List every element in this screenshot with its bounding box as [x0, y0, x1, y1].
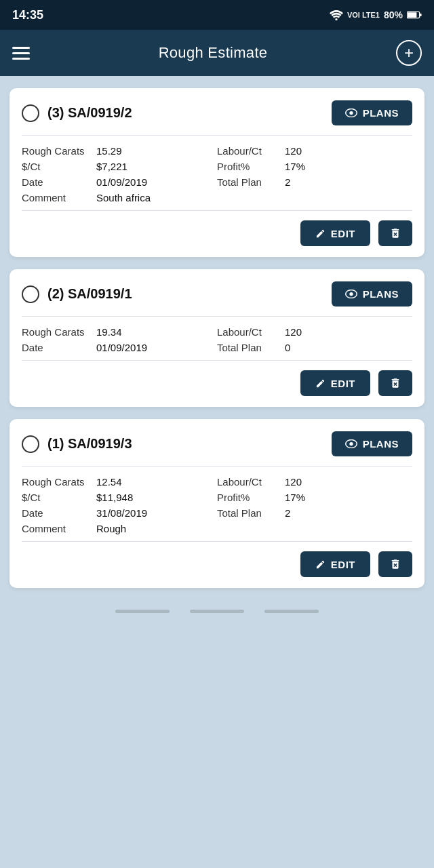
card-2-plans-button[interactable]: PLANS	[332, 281, 412, 307]
card-3-actions: EDIT	[22, 551, 412, 577]
battery-icon	[407, 11, 422, 19]
battery-label: 80%	[384, 9, 403, 20]
card-1-fields: Rough Carats 15.29 Labour/Ct 120 $/Ct $7…	[22, 145, 412, 203]
field-profit-3: Profit% 17%	[217, 492, 412, 503]
eye-icon	[345, 439, 357, 448]
card-1-title-group: (3) SA/0919/2	[22, 104, 132, 122]
svg-rect-2	[408, 12, 417, 18]
card-2-title: (2) SA/0919/1	[47, 286, 132, 302]
card-1-radio[interactable]	[22, 104, 39, 122]
field-comment-3: Comment Rough	[22, 523, 217, 534]
status-icons: VOl LTE1 80%	[330, 9, 422, 20]
card-1-header: (3) SA/0919/2 PLANS	[22, 100, 412, 125]
menu-button[interactable]	[12, 47, 30, 60]
card-2-actions: EDIT	[22, 370, 412, 396]
field-rough-carats-2: Rough Carats 19.34	[22, 326, 217, 338]
svg-point-9	[349, 442, 353, 446]
bottom-pill-1	[115, 610, 170, 613]
app-header: Rough Estimate +	[0, 30, 434, 76]
field-profit-1: Profit% 17%	[217, 161, 412, 172]
field-date-2: Date 01/09/2019	[22, 342, 217, 353]
svg-rect-3	[420, 14, 422, 16]
eye-icon	[345, 108, 357, 117]
bottom-nav-bar	[0, 600, 434, 620]
card-3-edit-button[interactable]: EDIT	[300, 551, 370, 577]
field-date-3: Date 31/08/2019	[22, 507, 217, 519]
field-totalplan-2: Total Plan 0	[217, 342, 412, 353]
network-label: VOl LTE1	[347, 11, 380, 19]
estimate-card-3: (1) SA/0919/3 PLANS Rough Carats 12.54 L…	[9, 419, 425, 588]
trash-icon	[389, 377, 401, 389]
card-2-divider	[22, 316, 412, 317]
card-3-header: (1) SA/0919/3 PLANS	[22, 431, 412, 456]
card-1-plans-button[interactable]: PLANS	[332, 100, 412, 125]
card-2-edit-button[interactable]: EDIT	[300, 370, 370, 396]
card-3-title: (1) SA/0919/3	[47, 436, 132, 452]
bottom-pill-2	[190, 610, 244, 613]
card-1-edit-button[interactable]: EDIT	[300, 220, 370, 246]
status-bar: 14:35 VOl LTE1 80%	[0, 0, 434, 30]
page-title: Rough Estimate	[159, 44, 268, 62]
field-price-1: $/Ct $7,221	[22, 161, 217, 172]
svg-point-0	[335, 18, 337, 20]
card-2-fields: Rough Carats 19.34 Labour/Ct 120 Date 01…	[22, 326, 412, 353]
svg-point-5	[349, 111, 353, 115]
field-comment-1: Comment South africa	[22, 192, 217, 203]
card-3-fields: Rough Carats 12.54 Labour/Ct 120 $/Ct $1…	[22, 476, 412, 534]
field-labour-2: Labour/Ct 120	[217, 326, 412, 338]
card-1-delete-button[interactable]	[378, 220, 412, 246]
card-1-divider	[22, 135, 412, 136]
field-rough-carats-1: Rough Carats 15.29	[22, 145, 217, 157]
pencil-icon	[315, 229, 326, 239]
card-1-divider-bottom	[22, 210, 412, 211]
card-3-divider	[22, 466, 412, 467]
card-2-delete-button[interactable]	[378, 370, 412, 396]
card-2-header: (2) SA/0919/1 PLANS	[22, 281, 412, 307]
add-button[interactable]: +	[396, 40, 422, 66]
card-3-title-group: (1) SA/0919/3	[22, 435, 132, 453]
card-3-delete-button[interactable]	[378, 551, 412, 577]
trash-icon	[389, 558, 401, 570]
field-date-1: Date 01/09/2019	[22, 176, 217, 188]
card-3-radio[interactable]	[22, 435, 39, 453]
main-content: (3) SA/0919/2 PLANS Rough Carats 15.29 L…	[0, 76, 434, 600]
estimate-card-1: (3) SA/0919/2 PLANS Rough Carats 15.29 L…	[9, 88, 425, 257]
estimate-card-2: (2) SA/0919/1 PLANS Rough Carats 19.34 L…	[9, 269, 425, 407]
card-1-title: (3) SA/0919/2	[47, 105, 132, 121]
field-rough-carats-3: Rough Carats 12.54	[22, 476, 217, 488]
card-2-radio[interactable]	[22, 285, 39, 303]
field-totalplan-1: Total Plan 2	[217, 176, 412, 188]
bottom-pill-3	[264, 610, 319, 613]
card-1-actions: EDIT	[22, 220, 412, 246]
wifi-icon	[330, 9, 343, 20]
pencil-icon	[315, 559, 326, 570]
card-3-plans-button[interactable]: PLANS	[332, 431, 412, 456]
field-totalplan-3: Total Plan 2	[217, 507, 412, 519]
pencil-icon	[315, 378, 326, 389]
card-2-title-group: (2) SA/0919/1	[22, 285, 132, 303]
trash-icon	[389, 227, 401, 239]
svg-point-7	[349, 292, 353, 296]
field-labour-1: Labour/Ct 120	[217, 145, 412, 157]
card-3-divider-bottom	[22, 541, 412, 542]
eye-icon	[345, 290, 357, 298]
field-labour-3: Labour/Ct 120	[217, 476, 412, 488]
card-2-divider-bottom	[22, 360, 412, 361]
status-time: 14:35	[12, 8, 43, 22]
field-price-3: $/Ct $11,948	[22, 492, 217, 503]
